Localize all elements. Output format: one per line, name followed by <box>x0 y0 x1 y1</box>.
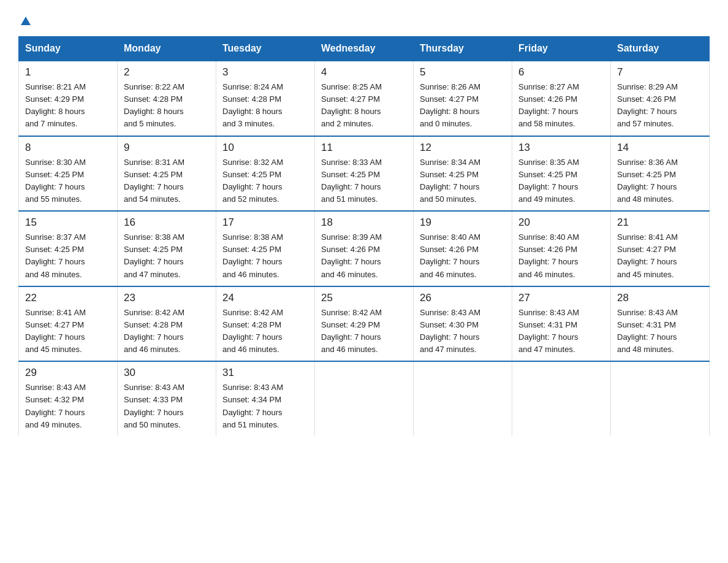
calendar-week-3: 15 Sunrise: 8:37 AMSunset: 4:25 PMDaylig… <box>19 211 710 286</box>
calendar-cell: 2 Sunrise: 8:22 AMSunset: 4:28 PMDayligh… <box>118 61 216 136</box>
day-number: 19 <box>420 216 506 229</box>
calendar-cell: 10 Sunrise: 8:32 AMSunset: 4:25 PMDaylig… <box>216 136 315 212</box>
calendar-week-2: 8 Sunrise: 8:30 AMSunset: 4:25 PMDayligh… <box>19 136 710 212</box>
calendar-cell: 11 Sunrise: 8:33 AMSunset: 4:25 PMDaylig… <box>315 136 414 212</box>
calendar-header-row: SundayMondayTuesdayWednesdayThursdayFrid… <box>19 37 710 61</box>
day-info: Sunrise: 8:39 AMSunset: 4:26 PMDaylight:… <box>321 231 407 281</box>
calendar-cell: 25 Sunrise: 8:42 AMSunset: 4:29 PMDaylig… <box>315 286 414 362</box>
calendar-header-tuesday: Tuesday <box>216 37 315 61</box>
day-info: Sunrise: 8:40 AMSunset: 4:26 PMDaylight:… <box>420 231 506 281</box>
day-info: Sunrise: 8:36 AMSunset: 4:25 PMDaylight:… <box>617 156 703 206</box>
calendar-cell: 20 Sunrise: 8:40 AMSunset: 4:26 PMDaylig… <box>512 211 611 286</box>
day-info: Sunrise: 8:26 AMSunset: 4:27 PMDaylight:… <box>420 81 506 131</box>
calendar-cell: 21 Sunrise: 8:41 AMSunset: 4:27 PMDaylig… <box>611 211 710 286</box>
calendar-cell: 16 Sunrise: 8:38 AMSunset: 4:25 PMDaylig… <box>118 211 216 286</box>
day-number: 5 <box>420 66 506 79</box>
calendar-header-monday: Monday <box>118 37 216 61</box>
day-number: 4 <box>321 66 407 79</box>
logo <box>18 12 32 30</box>
day-info: Sunrise: 8:29 AMSunset: 4:26 PMDaylight:… <box>617 81 703 131</box>
day-info: Sunrise: 8:31 AMSunset: 4:25 PMDaylight:… <box>124 156 210 206</box>
day-number: 12 <box>420 142 506 154</box>
calendar-cell: 8 Sunrise: 8:30 AMSunset: 4:25 PMDayligh… <box>19 136 118 212</box>
day-info: Sunrise: 8:24 AMSunset: 4:28 PMDaylight:… <box>222 81 308 131</box>
calendar-header-wednesday: Wednesday <box>315 37 414 61</box>
day-info: Sunrise: 8:43 AMSunset: 4:33 PMDaylight:… <box>124 381 210 431</box>
calendar-week-5: 29 Sunrise: 8:43 AMSunset: 4:32 PMDaylig… <box>19 361 710 436</box>
day-number: 25 <box>321 292 407 304</box>
day-info: Sunrise: 8:43 AMSunset: 4:31 PMDaylight:… <box>617 307 703 356</box>
day-number: 10 <box>222 142 308 154</box>
day-info: Sunrise: 8:42 AMSunset: 4:29 PMDaylight:… <box>321 307 407 356</box>
calendar-header-sunday: Sunday <box>19 37 118 61</box>
day-info: Sunrise: 8:30 AMSunset: 4:25 PMDaylight:… <box>25 156 111 206</box>
calendar-cell: 26 Sunrise: 8:43 AMSunset: 4:30 PMDaylig… <box>414 286 512 362</box>
day-info: Sunrise: 8:25 AMSunset: 4:27 PMDaylight:… <box>321 81 407 131</box>
day-number: 27 <box>518 292 604 304</box>
day-info: Sunrise: 8:37 AMSunset: 4:25 PMDaylight:… <box>25 231 111 281</box>
day-number: 8 <box>25 142 111 154</box>
calendar-cell <box>414 361 512 436</box>
day-number: 28 <box>617 292 703 304</box>
day-number: 1 <box>25 66 111 79</box>
calendar-cell <box>611 361 710 436</box>
day-info: Sunrise: 8:43 AMSunset: 4:32 PMDaylight:… <box>25 381 111 431</box>
calendar-cell <box>315 361 414 436</box>
calendar-cell: 5 Sunrise: 8:26 AMSunset: 4:27 PMDayligh… <box>414 61 512 136</box>
calendar-cell: 31 Sunrise: 8:43 AMSunset: 4:34 PMDaylig… <box>216 361 315 436</box>
day-number: 31 <box>222 367 308 379</box>
day-number: 3 <box>222 66 308 79</box>
day-number: 15 <box>25 216 111 229</box>
calendar-cell: 17 Sunrise: 8:38 AMSunset: 4:25 PMDaylig… <box>216 211 315 286</box>
svg-marker-0 <box>21 17 31 25</box>
day-number: 29 <box>25 367 111 379</box>
day-number: 2 <box>124 66 210 79</box>
page-header <box>18 12 710 30</box>
calendar-cell: 30 Sunrise: 8:43 AMSunset: 4:33 PMDaylig… <box>118 361 216 436</box>
calendar-cell: 4 Sunrise: 8:25 AMSunset: 4:27 PMDayligh… <box>315 61 414 136</box>
day-info: Sunrise: 8:32 AMSunset: 4:25 PMDaylight:… <box>222 156 308 206</box>
day-number: 11 <box>321 142 407 154</box>
calendar-cell: 1 Sunrise: 8:21 AMSunset: 4:29 PMDayligh… <box>19 61 118 136</box>
day-info: Sunrise: 8:41 AMSunset: 4:27 PMDaylight:… <box>617 231 703 281</box>
calendar-header-thursday: Thursday <box>414 37 512 61</box>
logo-arrow-icon <box>20 15 32 28</box>
day-number: 9 <box>124 142 210 154</box>
day-number: 14 <box>617 142 703 154</box>
day-info: Sunrise: 8:43 AMSunset: 4:30 PMDaylight:… <box>420 307 506 356</box>
day-number: 23 <box>124 292 210 304</box>
day-number: 13 <box>518 142 604 154</box>
day-info: Sunrise: 8:22 AMSunset: 4:28 PMDaylight:… <box>124 81 210 131</box>
day-number: 16 <box>124 216 210 229</box>
calendar-cell: 6 Sunrise: 8:27 AMSunset: 4:26 PMDayligh… <box>512 61 611 136</box>
calendar-cell: 28 Sunrise: 8:43 AMSunset: 4:31 PMDaylig… <box>611 286 710 362</box>
day-info: Sunrise: 8:34 AMSunset: 4:25 PMDaylight:… <box>420 156 506 206</box>
day-number: 17 <box>222 216 308 229</box>
day-number: 21 <box>617 216 703 229</box>
day-info: Sunrise: 8:35 AMSunset: 4:25 PMDaylight:… <box>518 156 604 206</box>
calendar-cell: 7 Sunrise: 8:29 AMSunset: 4:26 PMDayligh… <box>611 61 710 136</box>
calendar-cell: 27 Sunrise: 8:43 AMSunset: 4:31 PMDaylig… <box>512 286 611 362</box>
day-number: 30 <box>124 367 210 379</box>
day-number: 20 <box>518 216 604 229</box>
calendar-cell: 12 Sunrise: 8:34 AMSunset: 4:25 PMDaylig… <box>414 136 512 212</box>
calendar-header-saturday: Saturday <box>611 37 710 61</box>
calendar-week-4: 22 Sunrise: 8:41 AMSunset: 4:27 PMDaylig… <box>19 286 710 362</box>
calendar-table: SundayMondayTuesdayWednesdayThursdayFrid… <box>18 36 710 436</box>
day-info: Sunrise: 8:27 AMSunset: 4:26 PMDaylight:… <box>518 81 604 131</box>
calendar-header-friday: Friday <box>512 37 611 61</box>
day-info: Sunrise: 8:43 AMSunset: 4:31 PMDaylight:… <box>518 307 604 356</box>
day-number: 7 <box>617 66 703 79</box>
day-info: Sunrise: 8:38 AMSunset: 4:25 PMDaylight:… <box>124 231 210 281</box>
day-number: 24 <box>222 292 308 304</box>
day-info: Sunrise: 8:40 AMSunset: 4:26 PMDaylight:… <box>518 231 604 281</box>
day-info: Sunrise: 8:42 AMSunset: 4:28 PMDaylight:… <box>124 307 210 356</box>
calendar-cell: 29 Sunrise: 8:43 AMSunset: 4:32 PMDaylig… <box>19 361 118 436</box>
calendar-cell: 14 Sunrise: 8:36 AMSunset: 4:25 PMDaylig… <box>611 136 710 212</box>
day-info: Sunrise: 8:42 AMSunset: 4:28 PMDaylight:… <box>222 307 308 356</box>
day-info: Sunrise: 8:21 AMSunset: 4:29 PMDaylight:… <box>25 81 111 131</box>
day-info: Sunrise: 8:41 AMSunset: 4:27 PMDaylight:… <box>25 307 111 356</box>
day-info: Sunrise: 8:33 AMSunset: 4:25 PMDaylight:… <box>321 156 407 206</box>
calendar-week-1: 1 Sunrise: 8:21 AMSunset: 4:29 PMDayligh… <box>19 61 710 136</box>
day-number: 18 <box>321 216 407 229</box>
